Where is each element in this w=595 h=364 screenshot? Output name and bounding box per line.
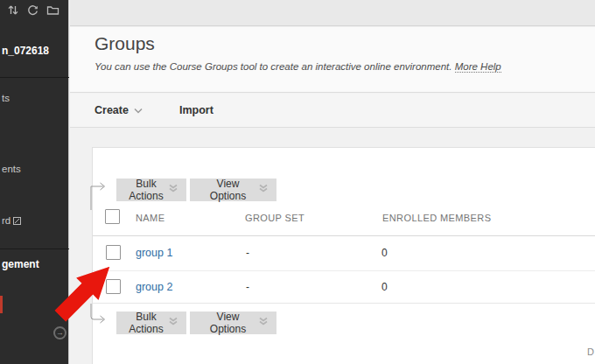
double-chevron-down-icon [168,317,178,329]
course-menu-sidebar: n_072618 ts ents rd gement → [0,0,69,364]
bulk-actions-label: Bulk Actions [124,178,168,202]
group-set-value: - [246,281,249,293]
bottom-text-fragment: D [587,346,594,357]
view-options-button[interactable]: View Options [190,312,276,334]
column-header-enrolled-members[interactable]: ENROLLED MEMBERS [382,213,491,223]
select-all-arrow-icon [89,304,110,326]
page-description: You can use the Course Groups tool to cr… [94,61,501,72]
external-link-icon [13,216,21,227]
view-options-button[interactable]: View Options [190,178,276,201]
double-chevron-down-icon [168,184,178,196]
header-divider [93,235,595,236]
red-text-fragment [0,296,3,313]
course-name-fragment[interactable]: n_072618 [2,45,49,57]
more-help-link[interactable]: More Help [455,61,501,73]
bulk-actions-button[interactable]: Bulk Actions [116,312,186,334]
page-header: Groups You can use the Course Groups too… [70,27,595,93]
row-checkbox-group-2[interactable] [106,279,121,294]
row-divider [93,303,595,304]
groups-list-container: Bulk Actions View Options NAME GROUP SET… [92,147,595,364]
create-label: Create [94,104,129,116]
double-chevron-down-icon [258,184,269,196]
folder-icon[interactable] [46,4,60,16]
row-divider [93,270,595,271]
page-title: Groups [94,33,155,54]
sidebar-divider [0,77,69,78]
menu-item-fragment[interactable]: ents [2,164,21,174]
expand-menu-button[interactable]: → [53,326,66,340]
column-header-group-set[interactable]: GROUP SET [245,213,304,223]
row-checkbox-group-1[interactable] [106,245,121,260]
chevron-down-icon [134,104,143,116]
create-button[interactable]: Create [94,104,143,116]
refresh-icon[interactable] [27,4,38,16]
bulk-actions-label: Bulk Actions [124,311,168,335]
select-all-arrow-icon [89,180,110,210]
column-header-name[interactable]: NAME [136,213,164,223]
menu-item-fragment[interactable]: rd [2,215,21,227]
group-link[interactable]: group 2 [136,281,172,293]
enrolled-members-value: 0 [382,247,388,259]
import-button[interactable]: Import [179,104,214,116]
course-management-fragment: gement [2,258,39,270]
group-set-value: - [246,247,249,259]
group-link[interactable]: group 1 [136,247,172,259]
select-all-checkbox[interactable] [105,209,120,224]
sidebar-divider [0,248,69,249]
bulk-actions-button[interactable]: Bulk Actions [116,178,186,201]
menu-item-fragment[interactable]: ts [2,93,10,103]
enrolled-members-value: 0 [382,281,388,293]
description-text: You can use the Course Groups tool to cr… [94,61,452,72]
action-bar: Create Import [70,94,595,128]
import-label: Import [179,104,214,116]
view-options-label: View Options [198,311,258,335]
sidebar-toolbar [7,3,68,17]
reorder-icon[interactable] [7,4,19,16]
view-options-label: View Options [198,178,258,202]
double-chevron-down-icon [258,317,269,329]
top-bar [70,0,595,26]
